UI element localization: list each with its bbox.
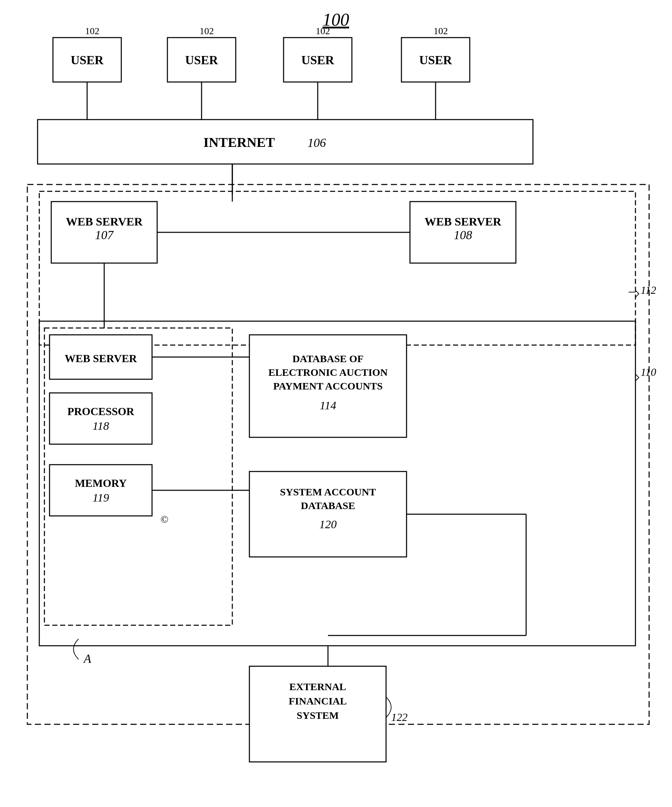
memory-ref: 119 bbox=[93, 491, 109, 504]
outer-dashed-box bbox=[27, 184, 649, 724]
web-server-108-label: WEB SERVER bbox=[425, 215, 501, 228]
user-label-2: USER bbox=[185, 53, 218, 67]
web-server-116-label: WEB SERVER bbox=[65, 352, 137, 365]
web-server-108-ref: 108 bbox=[454, 228, 472, 242]
system-account-db-ref: 120 bbox=[319, 518, 337, 531]
external-financial-line2: FINANCIAL bbox=[289, 695, 347, 707]
user-ref-1: 102 bbox=[85, 26, 100, 36]
ref-122-bracket bbox=[386, 697, 391, 717]
symbol-g: © bbox=[161, 513, 168, 525]
label-a-bracket bbox=[73, 639, 79, 659]
internet-ref: 106 bbox=[307, 136, 326, 149]
diagram: 100 USER 102 USER 102 USER 102 USER 102 … bbox=[0, 0, 672, 807]
ref-110: 110 bbox=[640, 366, 656, 378]
user-label-4: USER bbox=[419, 53, 452, 67]
user-ref-4: 102 bbox=[433, 26, 448, 36]
system-account-db-box bbox=[249, 472, 407, 557]
user-ref-2: 102 bbox=[199, 26, 214, 36]
processor-ref: 118 bbox=[93, 420, 109, 432]
memory-label: MEMORY bbox=[75, 477, 127, 489]
internet-label: INTERNET bbox=[204, 134, 275, 150]
external-financial-line1: EXTERNAL bbox=[289, 681, 347, 692]
system-account-db-line1: SYSTEM ACCOUNT bbox=[280, 486, 376, 497]
ref-112: 112 bbox=[640, 284, 656, 296]
external-financial-line3: SYSTEM bbox=[297, 710, 338, 721]
processor-box bbox=[50, 393, 152, 444]
web-server-107-label: WEB SERVER bbox=[66, 215, 143, 228]
label-a: A bbox=[83, 652, 91, 666]
processor-label: PROCESSOR bbox=[67, 405, 134, 417]
auction-db-line1: DATABASE OF bbox=[292, 353, 363, 364]
user-label-3: USER bbox=[301, 53, 334, 67]
auction-db-line3: PAYMENT ACCOUNTS bbox=[273, 380, 383, 392]
auction-db-ref: 114 bbox=[320, 399, 336, 412]
web-server-107-ref: 107 bbox=[95, 228, 114, 242]
ref-122: 122 bbox=[391, 711, 408, 723]
auction-db-line2: ELECTRONIC AUCTION bbox=[268, 367, 388, 378]
internet-box bbox=[38, 120, 533, 164]
user-ref-3: 102 bbox=[316, 26, 330, 36]
memory-box bbox=[50, 465, 152, 516]
system-account-db-line2: DATABASE bbox=[301, 500, 355, 511]
user-label-1: USER bbox=[71, 53, 104, 67]
diagram-svg: 100 USER 102 USER 102 USER 102 USER 102 … bbox=[0, 0, 672, 807]
